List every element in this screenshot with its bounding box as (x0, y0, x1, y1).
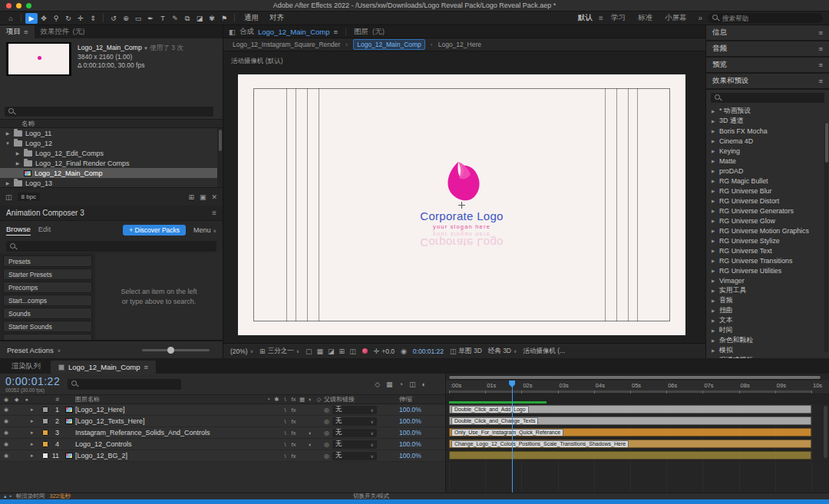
project-tree-item[interactable]: ▶Logo_12_Edit_Comps (0, 148, 217, 158)
project-tree-item[interactable]: ▶Logo_12_Final Render Comps (0, 158, 217, 168)
effects-category[interactable]: ▶扭曲 (706, 305, 829, 315)
layer-switches[interactable]: \fx (264, 418, 324, 425)
layer-label-chip[interactable] (40, 418, 51, 424)
stretch-column-header[interactable]: 伸缩 (399, 395, 445, 404)
timeline-layer-row[interactable]: ◉▸1[Logo_12_Here]\fx◎无∨100.0% (0, 404, 445, 416)
layer-name[interactable]: Instagram_Referance_Solids_And_Controls (75, 429, 264, 436)
draft-3d-icon[interactable]: ▦ (386, 380, 393, 388)
pen-tool-button[interactable]: ✒ (144, 13, 157, 24)
effects-category[interactable]: ▶Vimager (706, 275, 829, 285)
parent-link-dropdown[interactable]: ◎无∨ (324, 417, 399, 426)
eraser-tool-button[interactable]: ◪ (193, 13, 206, 24)
layer-visibility-toggle[interactable]: ◉ (4, 453, 8, 459)
timeline-layer-row[interactable]: ◉▸11[Logo_12_BG_2]\fx◎无∨100.0% (0, 450, 445, 462)
interpret-footage-icon[interactable]: ◫ (5, 193, 12, 201)
effects-category[interactable]: ▶实用工具 (706, 285, 829, 295)
layer-switches[interactable]: \fx◐ (264, 441, 324, 448)
dolly-camera-tool-button[interactable]: ⇕ (87, 13, 99, 24)
tab-timeline-comp[interactable]: Logo_12_Main_Comp ≡ (51, 361, 156, 374)
brush-tool-button[interactable]: ✎ (169, 13, 181, 24)
rulers-icon[interactable]: ◫ (349, 348, 356, 355)
panel-dock-icon[interactable]: ◧ (229, 28, 236, 36)
layer-expander[interactable]: ▸ (31, 418, 40, 424)
effects-category[interactable]: ▶RG Universe Glow (706, 216, 829, 226)
ac-category[interactable]: Starter Presets (3, 268, 92, 280)
home-tool-button[interactable]: ⌂ (5, 13, 17, 24)
effects-scrollbar[interactable] (824, 122, 828, 352)
current-time-indicator[interactable] (512, 380, 513, 492)
layer-label-chip[interactable] (40, 407, 51, 413)
panel-header-preview[interactable]: 预览≡ (706, 58, 829, 74)
effects-category[interactable]: ▶RG Universe Utilities (706, 265, 829, 275)
ac-tab-edit[interactable]: Edit (38, 225, 51, 236)
effects-category[interactable]: ▶RG Universe Text (706, 245, 829, 255)
layer-name[interactable]: [Logo_12_BG_2] (75, 452, 264, 460)
pan-camera-tool-button[interactable]: ✛ (74, 13, 87, 24)
layer-switches[interactable]: \fx (264, 407, 324, 413)
panel-menu-icon[interactable]: ≡ (333, 28, 338, 36)
effects-category[interactable]: ▶时间 (706, 325, 829, 335)
twirl-closed-icon[interactable]: ▶ (15, 150, 21, 156)
color-depth-button[interactable]: 8 bpc (18, 193, 41, 201)
preview-timecode[interactable]: 0:00:01:22 (413, 348, 444, 355)
layer-label-chip[interactable] (40, 441, 51, 447)
exposure-control[interactable]: ✛+0.0 (374, 348, 395, 355)
slider-knob[interactable] (167, 347, 174, 354)
guides-icon[interactable]: ⊞ (339, 348, 345, 355)
timeline-search[interactable] (68, 379, 181, 390)
rotation-tool-button[interactable]: ↺ (107, 13, 120, 24)
layer-expander[interactable]: ▸ (31, 441, 40, 447)
transparency-grid-icon[interactable]: ▦ (317, 348, 324, 355)
grid-guides-dropdown[interactable]: ⊞三分之一∨ (259, 347, 299, 356)
frame-blending-icon[interactable]: ◫ (409, 380, 416, 388)
new-composition-icon[interactable]: ▣ (200, 193, 206, 201)
tab-project[interactable]: 项目 ≡ (0, 25, 35, 38)
layer-duration-bar[interactable]: Change_Logo_12_Colors_Positions_Scale_Tr… (449, 440, 811, 448)
timeline-scrollbar[interactable] (824, 406, 827, 458)
panel-menu-icon[interactable]: ≡ (818, 61, 823, 69)
selection-tool-button[interactable]: ▶ (25, 13, 38, 24)
region-of-interest-icon[interactable]: ▢ (306, 348, 312, 355)
project-tree-item[interactable]: Logo_12_Main_Comp (0, 168, 217, 178)
toggle-switches-modes-button[interactable]: 切换开关/模式 (353, 493, 389, 499)
ac-category-clipped[interactable] (3, 334, 92, 340)
ac-category[interactable]: Precomps (3, 282, 92, 293)
type-tool-button[interactable]: T (157, 13, 169, 24)
layer-expander[interactable]: ▸ (31, 430, 40, 436)
effects-category[interactable]: ▶Matte (706, 156, 829, 166)
current-timecode[interactable]: 0:00:01:22 00052 (30.00 fps) (5, 376, 60, 393)
effects-category[interactable]: ▶文本 (706, 315, 829, 325)
ac-category[interactable]: Starter Sounds (3, 321, 92, 332)
timeline-navigator[interactable] (448, 375, 821, 380)
effects-category[interactable]: ▶RG Universe Blur (706, 186, 829, 196)
channel-selector-icon[interactable] (362, 348, 368, 354)
effects-category[interactable]: ▶RG Universe Distort (706, 196, 829, 206)
panel-menu-icon[interactable]: ≡ (818, 77, 823, 85)
timeline-search-input[interactable] (81, 378, 177, 390)
parent-link-dropdown[interactable]: ◎无∨ (324, 452, 399, 460)
rectangle-tool-button[interactable]: ▭ (132, 13, 144, 24)
workspace-tab-1[interactable]: 默认 (572, 13, 599, 23)
project-search-input[interactable] (18, 106, 210, 117)
panel-menu-icon[interactable]: ≡ (818, 44, 823, 53)
timeline-layer-row[interactable]: ◉▸3Instagram_Referance_Solids_And_Contro… (0, 427, 445, 439)
workspace-tab-4[interactable]: 小屏幕 (659, 13, 693, 23)
name-column-header[interactable]: 名称 (0, 119, 223, 128)
breadcrumb-item[interactable]: Logo_12_Here (438, 41, 481, 48)
layer-visibility-toggle[interactable]: ◉ (4, 407, 8, 413)
roto-brush-tool-button[interactable]: ✾ (206, 13, 218, 24)
ac-category[interactable]: Start...comps (3, 295, 92, 306)
animation-composer-header[interactable]: Animation Composer 3 ≡ (0, 206, 223, 221)
effects-category[interactable]: ▶模拟 (706, 345, 829, 355)
project-search[interactable] (5, 107, 213, 117)
snapshot-icon[interactable]: ◉ (401, 348, 407, 355)
tab-effect-controls[interactable]: 效果控件 (无) (35, 25, 91, 38)
minimize-button[interactable] (16, 3, 21, 8)
panel-menu-icon[interactable]: ≡ (24, 28, 28, 36)
layer-stretch-value[interactable]: 100.0% (399, 406, 445, 413)
close-button[interactable] (6, 3, 12, 8)
hide-shy-layers-icon[interactable]: ◔ (399, 380, 403, 388)
layer-expander[interactable]: ▸ (31, 407, 40, 413)
ac-search[interactable] (6, 241, 216, 252)
layer-label-chip[interactable] (40, 430, 51, 436)
